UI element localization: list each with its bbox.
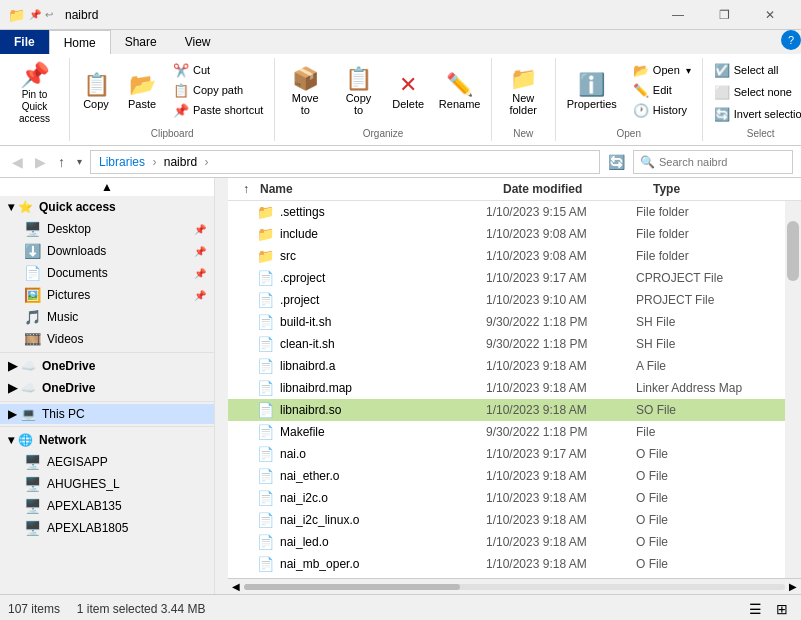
large-icons-button[interactable]: ⊞	[771, 598, 793, 620]
libraries-crumb[interactable]: Libraries	[99, 155, 145, 169]
sidebar-divider-2	[0, 401, 214, 402]
rename-button[interactable]: ✏️ Rename	[433, 60, 487, 122]
sidebar-item-pictures[interactable]: 🖼️ Pictures 📌	[0, 284, 214, 306]
new-label: New	[496, 124, 551, 139]
sidebar-item-ahughes[interactable]: 🖥️ AHUGHES_L	[0, 473, 214, 495]
table-row[interactable]: 📄 nai_i2c.o 1/10/2023 9:18 AM O File	[228, 487, 785, 509]
select-all-button[interactable]: ☑️ Select all	[707, 60, 801, 80]
sidebar-item-music[interactable]: 🎵 Music	[0, 306, 214, 328]
table-row[interactable]: 📄 Makefile 9/30/2022 1:18 PM File	[228, 421, 785, 443]
naibrd-crumb[interactable]: naibrd	[164, 155, 197, 169]
copy-button[interactable]: 📋 Copy	[74, 60, 118, 122]
table-row[interactable]: 📄 build-it.sh 9/30/2022 1:18 PM SH File	[228, 311, 785, 333]
file-name: .settings	[280, 205, 486, 219]
file-type: SO File	[636, 403, 776, 417]
search-input[interactable]	[659, 156, 786, 168]
file-icon: 📄	[257, 292, 274, 308]
cut-button[interactable]: ✂️ Cut	[166, 60, 270, 80]
tab-share[interactable]: Share	[111, 30, 171, 54]
column-name[interactable]: Name	[256, 182, 503, 196]
clipboard-small-buttons: ✂️ Cut 📋 Copy path 📌 Paste shortcut	[166, 60, 270, 120]
breadcrumb-sep2: ›	[204, 155, 208, 169]
help-button[interactable]: ?	[781, 30, 801, 50]
details-view-button[interactable]: ☰	[744, 598, 767, 620]
forward-button[interactable]: ▶	[31, 152, 50, 172]
copy-to-button[interactable]: 📋 Copy to	[333, 60, 384, 122]
paste-button[interactable]: 📂 Paste	[120, 60, 164, 122]
sidebar-scroll-up[interactable]: ▲	[0, 178, 214, 196]
tab-file[interactable]: File	[0, 30, 49, 54]
sidebar-item-downloads[interactable]: ⬇️ Downloads 📌	[0, 240, 214, 262]
table-row[interactable]: 📄 libnaibrd.so 1/10/2023 9:18 AM SO File	[228, 399, 785, 421]
onedrive2-header[interactable]: ▶ ☁️ OneDrive	[0, 377, 214, 399]
new-folder-button[interactable]: 📁 New folder	[496, 60, 551, 122]
ribbon-group-pin: 📌 Pin to Quick access	[0, 58, 70, 141]
properties-button[interactable]: ℹ️ Properties	[560, 60, 624, 122]
quick-access-header[interactable]: ▾ ⭐ Quick access	[0, 196, 214, 218]
address-path[interactable]: Libraries › naibrd ›	[90, 150, 600, 174]
sidebar-item-videos[interactable]: 🎞️ Videos	[0, 328, 214, 350]
onedrive1-header[interactable]: ▶ ☁️ OneDrive	[0, 355, 214, 377]
file-type: A File	[636, 359, 776, 373]
delete-button[interactable]: ✕ Delete	[386, 60, 431, 122]
file-date: 9/30/2022 1:18 PM	[486, 425, 636, 439]
table-row[interactable]: 📄 nai.o 1/10/2023 9:17 AM O File	[228, 443, 785, 465]
up-button[interactable]: ↑	[54, 152, 69, 172]
recent-button[interactable]: ▾	[73, 154, 86, 169]
sidebar-scroll-track[interactable]	[214, 178, 228, 594]
table-row[interactable]: 📄 libnaibrd.a 1/10/2023 9:18 AM A File	[228, 355, 785, 377]
invert-selection-button[interactable]: 🔄 Invert selection	[707, 104, 801, 124]
table-row[interactable]: 📁 include 1/10/2023 9:08 AM File folder	[228, 223, 785, 245]
table-row[interactable]: 📄 libnaibrd.map 1/10/2023 9:18 AM Linker…	[228, 377, 785, 399]
paste-shortcut-button[interactable]: 📌 Paste shortcut	[166, 100, 270, 120]
invert-label: Invert selection	[734, 108, 801, 120]
properties-label: Properties	[567, 98, 617, 110]
history-button[interactable]: 🕐 History	[626, 100, 698, 120]
close-button[interactable]: ✕	[747, 0, 793, 30]
file-name: libnaibrd.map	[280, 381, 486, 395]
sidebar-item-documents[interactable]: 📄 Documents 📌	[0, 262, 214, 284]
vertical-scroll-track[interactable]	[785, 201, 801, 578]
sidebar-item-thispc[interactable]: ▶ 💻 This PC	[0, 404, 214, 424]
tab-home[interactable]: Home	[49, 30, 111, 54]
maximize-button[interactable]: ❐	[701, 0, 747, 30]
edit-button[interactable]: ✏️ Edit	[626, 80, 698, 100]
sidebar-item-apexlab135[interactable]: 🖥️ APEXLAB135	[0, 495, 214, 517]
table-row[interactable]: 📄 .project 1/10/2023 9:10 AM PROJECT Fil…	[228, 289, 785, 311]
horizontal-scroll-track[interactable]: ◀ ▶	[228, 578, 801, 594]
sidebar-item-desktop[interactable]: 🖥️ Desktop 📌	[0, 218, 214, 240]
refresh-button[interactable]: 🔄	[604, 152, 629, 172]
quick-access-label: Quick access	[39, 200, 116, 214]
pin-quick-access-button[interactable]: 📌 Pin to Quick access	[8, 62, 61, 124]
table-row[interactable]: 📄 nai_i2c_linux.o 1/10/2023 9:18 AM O Fi…	[228, 509, 785, 531]
column-date[interactable]: Date modified	[503, 182, 653, 196]
column-type[interactable]: Type	[653, 182, 793, 196]
back-button[interactable]: ◀	[8, 152, 27, 172]
minimize-button[interactable]: —	[655, 0, 701, 30]
pictures-icon: 🖼️	[24, 287, 41, 303]
copy-path-button[interactable]: 📋 Copy path	[166, 80, 270, 100]
file-name: .cproject	[280, 271, 486, 285]
table-row[interactable]: 📄 .cproject 1/10/2023 9:17 AM CPROJECT F…	[228, 267, 785, 289]
table-row[interactable]: 📄 nai_ether.o 1/10/2023 9:18 AM O File	[228, 465, 785, 487]
table-row[interactable]: 📄 clean-it.sh 9/30/2022 1:18 PM SH File	[228, 333, 785, 355]
table-row[interactable]: 📄 nai_mb_oper.o 1/10/2023 9:18 AM O File	[228, 553, 785, 575]
network-header[interactable]: ▾ 🌐 Network	[0, 429, 214, 451]
h-scroll-right[interactable]: ▶	[785, 579, 801, 594]
quick-access-arrow: ▾	[8, 200, 14, 214]
onedrive1-label: OneDrive	[42, 359, 95, 373]
file-name: libnaibrd.so	[280, 403, 486, 417]
tab-view[interactable]: View	[171, 30, 225, 54]
sidebar-item-aegisapp[interactable]: 🖥️ AEGISAPP	[0, 451, 214, 473]
table-row[interactable]: 📁 .settings 1/10/2023 9:15 AM File folde…	[228, 201, 785, 223]
file-icon: 📄	[257, 380, 274, 396]
move-to-button[interactable]: 📦 Move to	[279, 60, 331, 122]
h-scroll-left[interactable]: ◀	[228, 579, 244, 594]
vertical-scroll-handle[interactable]	[787, 221, 799, 281]
documents-label: Documents	[47, 266, 108, 280]
open-button[interactable]: 📂 Open ▾	[626, 60, 698, 80]
table-row[interactable]: 📁 src 1/10/2023 9:08 AM File folder	[228, 245, 785, 267]
sidebar-item-apexlab1805[interactable]: 🖥️ APEXLAB1805	[0, 517, 214, 539]
select-none-button[interactable]: ⬜ Select none	[707, 82, 801, 102]
table-row[interactable]: 📄 nai_led.o 1/10/2023 9:18 AM O File	[228, 531, 785, 553]
